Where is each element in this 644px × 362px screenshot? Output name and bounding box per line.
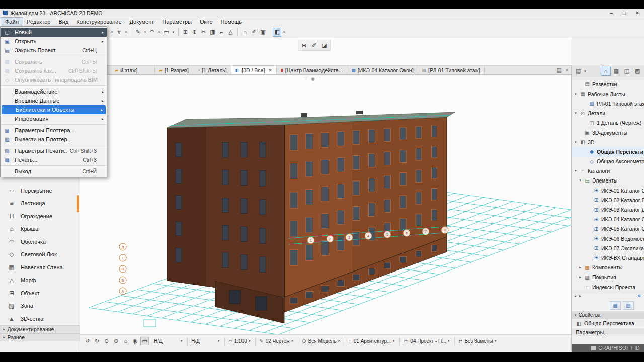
menubar-item-7[interactable]: Помощь (217, 18, 247, 26)
zoom-out-icon[interactable]: ⊖ (102, 337, 111, 345)
navigator-clone-icon[interactable]: ▧ (623, 301, 634, 310)
file-menu-item-17[interactable]: ▩Печать...Ctrl+З (1, 155, 107, 164)
tab-2[interactable]: ◔[1 Деталь] (193, 66, 231, 74)
field-pen-set[interactable]: ✎02 Чертеж▸ (255, 337, 297, 345)
file-menu-item-0[interactable]: ▢Новый▸ (1, 28, 107, 37)
tree-item-19[interactable]: ▸▩Компоненты (572, 263, 644, 273)
tab-6[interactable]: ▨[РЛ-01 Типовой этаж] (418, 66, 485, 74)
tree-chevron-icon[interactable]: ▸ (578, 265, 582, 269)
tree-item-7[interactable]: ◆Общая Перспектива (572, 147, 644, 156)
view-map-icon[interactable]: ▦ (611, 67, 621, 76)
tree-item-13[interactable]: ⊞ИКЭ-03 Каталог Д (572, 205, 644, 214)
tab-4[interactable]: ▮[Центр Взаимодейств... (277, 66, 347, 74)
pen-icon[interactable]: ✎ (134, 28, 142, 37)
split-icon[interactable]: ✂ (199, 28, 208, 37)
options-caret-icon[interactable]: ▾ (110, 28, 114, 37)
tree-item-18[interactable]: ⊞ИКЭ-ВХ Стандартн (572, 253, 644, 262)
toolbox-item-9[interactable]: ▨Зона (0, 300, 80, 313)
field-layer-combination[interactable]: ≡01 Архитектур...▸ (345, 337, 398, 345)
toolbox-item-0[interactable]: ▱Перекрытие (0, 184, 80, 197)
suspend-groups-icon[interactable]: ▣ (259, 28, 267, 37)
file-menu-item-9[interactable]: Внешние Данные▸ (1, 96, 107, 105)
tree-item-16[interactable]: ⊞ИКЭ-06 Ведомост (572, 234, 644, 243)
minimize-button[interactable]: – (605, 10, 618, 16)
menubar-item-4[interactable]: Документ (126, 18, 158, 26)
tab-3[interactable]: ◧[3D / Все]✕ (231, 66, 277, 74)
file-menu-item-1[interactable]: ▣Открыть▸ (1, 37, 107, 46)
rotate-icon[interactable]: △ (226, 28, 235, 37)
field-coordinate-2[interactable]: Н/Д▸ (187, 337, 223, 345)
toolbox-item-8[interactable]: ⊞Объект (0, 287, 80, 300)
menubar-item-5[interactable]: Параметры (158, 18, 196, 26)
tree-chevron-icon[interactable]: ▾ (578, 178, 582, 183)
view-style-caret-icon[interactable]: ▾ (282, 28, 286, 37)
close-button[interactable]: ✕ (631, 10, 644, 16)
menubar-item-6[interactable]: Окно (196, 18, 217, 26)
toolbox-item-5[interactable]: ◇Световой Люк (0, 248, 80, 261)
mini-grid-icon[interactable]: ⊞ (300, 41, 308, 50)
tree-item-4[interactable]: ◫1 Деталь (Чертеж) (572, 118, 644, 128)
project-map-icon[interactable]: ⌂ (601, 67, 611, 76)
toolbox-item-1[interactable]: ≡Лестница (0, 197, 80, 210)
menubar-item-0[interactable]: Файл (1, 18, 23, 26)
tree-chevron-icon[interactable]: ▾ (574, 92, 578, 96)
project-chooser-caret-icon[interactable]: ▾ (584, 69, 586, 73)
layout-book-caret-icon[interactable]: ▾ (565, 66, 569, 75)
grid-snap-caret-icon[interactable]: ▾ (124, 28, 128, 37)
file-menu-item-10[interactable]: Библиотеки и Объекты▸ (2, 105, 106, 114)
inject-parameters-icon[interactable]: ✐ (250, 28, 258, 37)
adjust-icon[interactable]: ◨ (208, 28, 217, 37)
tree-chevron-icon[interactable]: ▾ (574, 169, 578, 173)
project-chooser-icon[interactable]: ▤ (573, 67, 583, 76)
tree-item-17[interactable]: ⊞ИКЭ-07 Экспликац (572, 243, 644, 253)
field-coordinate-1[interactable]: Н/Д▸ (150, 337, 186, 345)
tree-item-10[interactable]: ▾▤Элементы (572, 176, 644, 186)
trim-icon[interactable]: ⌐ (217, 28, 226, 37)
zoom-box-icon[interactable]: ▭ (140, 337, 149, 345)
file-menu-item-19[interactable]: ВыходCtrl+Й (1, 167, 107, 176)
file-menu-item-16[interactable]: ▨Параметры Печати...Ctrl+Shift+З (1, 146, 107, 155)
arc-icon[interactable]: ◠ (148, 28, 156, 37)
tree-item-2[interactable]: ▨РЛ-01 Типовой этаж (572, 99, 644, 108)
file-menu-item-2[interactable]: ▤Закрыть ПроектCtrl+Ц (1, 46, 107, 55)
marquee-caret-icon[interactable]: ▾ (171, 28, 176, 37)
tree-item-14[interactable]: ⊞ИКЭ-04 Каталог О (572, 215, 644, 224)
pen-caret-icon[interactable]: ▾ (143, 28, 147, 37)
toolbox-section-1[interactable]: ▸Разное (0, 333, 80, 341)
file-menu-item-14[interactable]: ▧Вывести на Плоттер... (1, 135, 107, 144)
file-menu-item-13[interactable]: ▦Параметры Плоттера... (1, 126, 107, 135)
toolbox-item-6[interactable]: ▦Навесная Стена (0, 261, 80, 274)
panel-close-icon[interactable]: ✕ (637, 293, 641, 299)
scroll-left-icon[interactable]: ◂ (574, 294, 576, 298)
layout-book-icon[interactable]: ◫ (622, 67, 632, 76)
properties-header[interactable]: ▾ Свойства (572, 311, 644, 319)
tree-item-11[interactable]: ⊞ИКЭ-01 Каталог С (572, 186, 644, 195)
publisher-icon[interactable]: ▨ (632, 67, 642, 76)
arc-caret-icon[interactable]: ▾ (157, 28, 162, 37)
toolbox-item-4[interactable]: ◠Оболочка (0, 235, 80, 248)
tab-1[interactable]: ▰[1 Разрез] (155, 66, 193, 74)
scroll-right-icon[interactable]: ▸ (579, 294, 581, 298)
viewport-mini-control-2[interactable]: – (319, 76, 321, 81)
tree-item-1[interactable]: ▾▦Рабочие Листы (572, 89, 644, 99)
toolbox-scroll-indicator[interactable] (77, 195, 79, 212)
viewport-mini-control-0[interactable]: – (304, 76, 307, 81)
snap-guides-icon[interactable]: ⊞ (181, 28, 190, 37)
pick-up-parameters-icon[interactable]: ⌂ (240, 28, 249, 37)
toolbox-item-3[interactable]: ⌂Крыша (0, 223, 80, 236)
tab-5[interactable]: ▦[ИКЭ-04 Каталог Окон] (347, 66, 418, 74)
grid-snap-icon[interactable]: # (115, 28, 123, 37)
navigator-view-settings-icon[interactable]: ▦ (610, 301, 621, 310)
tree-item-5[interactable]: ▣3D-документы (572, 128, 644, 137)
mini-fill-icon[interactable]: ◪ (320, 41, 329, 50)
tab-close-icon[interactable]: ✕ (268, 68, 272, 73)
toolbox-item-2[interactable]: ΠОграждение (0, 210, 80, 223)
layout-book-icon[interactable]: ▤ (555, 66, 564, 75)
file-menu-item-8[interactable]: Взаимодействие▸ (1, 87, 107, 96)
tree-item-15[interactable]: ⊞ИКЭ-05 Каталог О (572, 224, 644, 234)
tree-item-20[interactable]: ▸▨Покрытия (572, 273, 644, 282)
viewport-3d[interactable]: 12345678АБВГД –◉– (80, 75, 571, 334)
tree-item-3[interactable]: ▾⊙Детали (572, 109, 644, 118)
menubar-item-2[interactable]: Вид (54, 18, 72, 26)
field-dimension-style[interactable]: ▭04 Проект - П...▸ (399, 337, 453, 345)
